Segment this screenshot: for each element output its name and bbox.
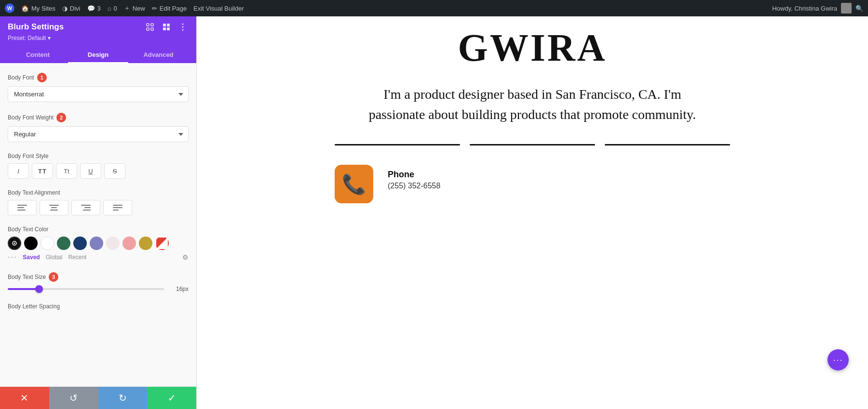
redo-icon: ↻ — [119, 392, 127, 404]
color-swatch-light-pink[interactable] — [106, 237, 120, 250]
exit-builder-link[interactable]: Exit Visual Builder — [193, 5, 244, 12]
divider-2 — [470, 144, 595, 145]
body-font-weight-label: Body Font Weight 2 — [8, 113, 189, 122]
body-font-select[interactable]: Montserrat — [8, 86, 189, 102]
color-tabs: ··· Saved Global Recent ⚙ — [8, 253, 189, 262]
save-icon: ✓ — [168, 392, 176, 404]
body-text-color-section: Body Text Color ··· — [8, 226, 189, 262]
sidebar-footer: ✕ ↺ ↻ ✓ — [0, 386, 196, 409]
edit-page-label: Edit Page — [160, 5, 187, 12]
body-font-style-section: Body Font Style I TT Tt U S — [8, 153, 189, 179]
color-swatches — [8, 237, 189, 250]
color-swatch-black[interactable] — [24, 237, 38, 250]
settings-sidebar: Blurb Settings Preset: Default ▾ — [0, 16, 197, 409]
recent-colors-tab[interactable]: Recent — [68, 254, 86, 261]
body-text-size-thumb[interactable] — [35, 285, 43, 293]
color-swatch-lavender[interactable] — [90, 237, 103, 250]
align-left-button[interactable] — [8, 200, 37, 215]
more-options-icon[interactable] — [177, 21, 189, 33]
body-text-size-track[interactable] — [8, 288, 164, 290]
alignment-buttons — [8, 200, 189, 215]
sidebar-header: Blurb Settings Preset: Default ▾ — [0, 16, 196, 63]
body-font-section: Body Font 1 Montserrat — [8, 73, 189, 102]
comments-link[interactable]: 💬 3 — [87, 5, 101, 12]
reply-count: 0 — [114, 5, 117, 12]
wp-logo[interactable]: W — [5, 3, 14, 13]
grid-icon[interactable] — [161, 21, 172, 33]
redo-button[interactable]: ↻ — [98, 387, 148, 409]
sidebar-title-icons — [144, 21, 189, 33]
global-colors-tab[interactable]: Global — [46, 254, 63, 261]
my-sites-link[interactable]: 🏠 My Sites — [21, 5, 55, 12]
tab-design[interactable]: Design — [68, 47, 128, 63]
color-swatch-green[interactable] — [57, 237, 70, 250]
admin-bar: W 🏠 My Sites ◑ Divi 💬 3 ⌂ 0 ＋ New ✏ Edit… — [0, 0, 868, 16]
body-text-alignment-label: Body Text Alignment — [8, 189, 189, 196]
page-content: GWIRA I'm a product designer based in Sa… — [315, 16, 749, 223]
divider-3 — [605, 144, 730, 145]
contact-number: (255) 352-6558 — [388, 182, 440, 190]
color-picker-button[interactable] — [8, 237, 21, 250]
wp-logo-icon: W — [5, 3, 14, 13]
saved-colors-tab[interactable]: Saved — [23, 254, 40, 261]
color-swatch-pink[interactable] — [122, 237, 136, 250]
align-justify-icon — [113, 205, 122, 211]
svg-rect-5 — [167, 24, 170, 26]
svg-rect-2 — [147, 28, 149, 30]
house-icon: 🏠 — [21, 5, 29, 12]
svg-point-12 — [14, 243, 15, 244]
fullscreen-icon[interactable] — [144, 21, 156, 33]
tab-advanced[interactable]: Advanced — [128, 47, 189, 63]
body-text-size-label: Body Text Size 3 — [8, 272, 189, 282]
align-center-icon — [49, 205, 59, 211]
intro-text: I'm a product designer based in San Fran… — [364, 84, 701, 125]
body-font-label: Body Font 1 — [8, 73, 189, 82]
body-font-badge: 1 — [37, 73, 47, 82]
strikethrough-button[interactable]: S — [104, 163, 125, 179]
color-swatch-white[interactable] — [41, 237, 54, 250]
sidebar-content: Body Font 1 Montserrat Body Font Weight … — [0, 63, 196, 386]
svg-rect-1 — [151, 24, 153, 26]
floating-dots-button[interactable]: ··· — [827, 349, 849, 370]
divi-link[interactable]: ◑ Divi — [62, 5, 81, 12]
undo-icon: ↺ — [69, 392, 78, 404]
undo-button[interactable]: ↺ — [49, 387, 98, 409]
color-settings-icon[interactable]: ⚙ — [182, 253, 189, 261]
reply-icon: ⌂ — [108, 5, 111, 12]
color-swatch-navy[interactable] — [73, 237, 87, 250]
comment-count: 3 — [97, 5, 101, 12]
more-colors-dots[interactable]: ··· — [8, 253, 17, 262]
align-justify-button[interactable] — [103, 200, 132, 215]
dividers-row — [335, 144, 730, 145]
svg-rect-7 — [167, 27, 170, 30]
align-right-button[interactable] — [71, 200, 100, 215]
body-text-size-section: Body Text Size 3 16px — [8, 272, 189, 292]
search-icon[interactable]: 🔍 — [855, 5, 863, 12]
cancel-button[interactable]: ✕ — [0, 387, 49, 409]
underline-button[interactable]: U — [80, 163, 101, 179]
color-swatch-gold[interactable] — [139, 237, 152, 250]
canvas-area: GWIRA I'm a product designer based in Sa… — [197, 16, 868, 409]
contact-info: Phone (255) 352-6558 — [388, 165, 440, 190]
new-label: New — [133, 5, 145, 12]
body-font-weight-select[interactable]: Regular — [8, 126, 189, 142]
body-font-weight-badge: 2 — [56, 113, 66, 122]
capitalize-button[interactable]: Tt — [56, 163, 77, 179]
body-text-color-label: Body Text Color — [8, 226, 189, 233]
site-title: GWIRA — [335, 26, 730, 70]
preset-selector[interactable]: Preset: Default ▾ — [8, 35, 189, 41]
body-text-alignment-section: Body Text Alignment — [8, 189, 189, 215]
uppercase-button[interactable]: TT — [32, 163, 53, 179]
save-button[interactable]: ✓ — [147, 387, 196, 409]
italic-button[interactable]: I — [8, 163, 29, 179]
edit-page-link[interactable]: ✏ Edit Page — [152, 5, 187, 12]
plus-icon: ＋ — [124, 4, 130, 13]
replies-link[interactable]: ⌂ 0 — [108, 5, 117, 12]
body-font-weight-section: Body Font Weight 2 Regular — [8, 113, 189, 142]
user-avatar[interactable] — [841, 3, 852, 13]
new-link[interactable]: ＋ New — [124, 4, 145, 13]
align-right-icon — [81, 205, 91, 211]
color-swatch-red[interactable] — [155, 237, 169, 250]
align-center-button[interactable] — [40, 200, 68, 215]
tab-content[interactable]: Content — [8, 47, 68, 63]
